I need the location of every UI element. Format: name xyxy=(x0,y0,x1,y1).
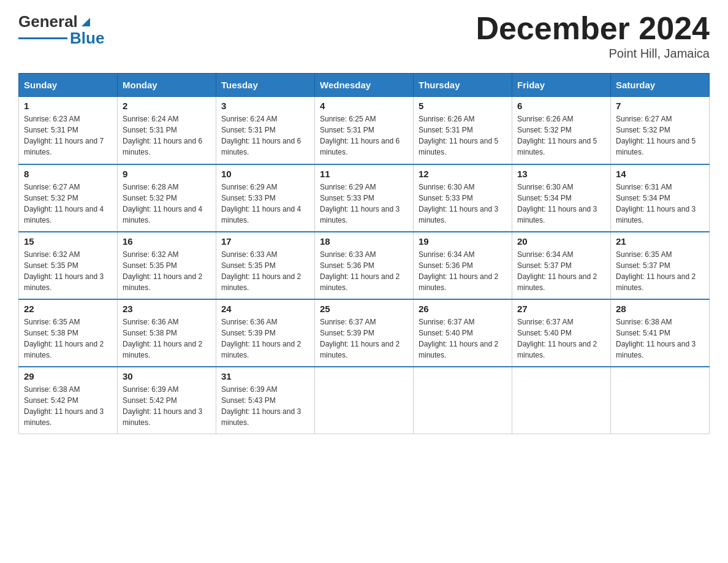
logo-underline xyxy=(18,37,67,39)
day-info: Sunrise: 6:33 AMSunset: 5:36 PMDaylight:… xyxy=(320,249,408,293)
calendar-cell: 8 Sunrise: 6:27 AMSunset: 5:32 PMDayligh… xyxy=(19,164,118,232)
calendar-cell: 18 Sunrise: 6:33 AMSunset: 5:36 PMDaylig… xyxy=(315,232,414,299)
day-info: Sunrise: 6:38 AMSunset: 5:42 PMDaylight:… xyxy=(24,384,112,428)
day-info: Sunrise: 6:36 AMSunset: 5:38 PMDaylight:… xyxy=(123,316,211,361)
calendar-cell: 6 Sunrise: 6:26 AMSunset: 5:32 PMDayligh… xyxy=(512,97,611,164)
day-number: 23 xyxy=(123,304,211,314)
calendar-cell: 28 Sunrise: 6:38 AMSunset: 5:41 PMDaylig… xyxy=(611,299,710,367)
day-number: 3 xyxy=(221,101,309,111)
calendar-cell: 10 Sunrise: 6:29 AMSunset: 5:33 PMDaylig… xyxy=(216,164,315,232)
day-number: 12 xyxy=(419,169,507,179)
day-number: 16 xyxy=(123,236,211,247)
calendar-cell: 26 Sunrise: 6:37 AMSunset: 5:40 PMDaylig… xyxy=(414,299,512,367)
svg-marker-0 xyxy=(82,18,90,26)
day-info: Sunrise: 6:39 AMSunset: 5:43 PMDaylight:… xyxy=(221,384,309,428)
day-info: Sunrise: 6:25 AMSunset: 5:31 PMDaylight:… xyxy=(320,113,408,158)
calendar-cell: 15 Sunrise: 6:32 AMSunset: 5:35 PMDaylig… xyxy=(19,232,118,299)
calendar-header-row: SundayMondayTuesdayWednesdayThursdayFrid… xyxy=(19,74,710,97)
day-info: Sunrise: 6:39 AMSunset: 5:42 PMDaylight:… xyxy=(123,384,211,428)
calendar-cell: 3 Sunrise: 6:24 AMSunset: 5:31 PMDayligh… xyxy=(216,97,315,164)
col-header-wednesday: Wednesday xyxy=(315,74,414,97)
calendar-cell: 24 Sunrise: 6:36 AMSunset: 5:39 PMDaylig… xyxy=(216,299,315,367)
col-header-monday: Monday xyxy=(118,74,216,97)
calendar-cell: 1 Sunrise: 6:23 AMSunset: 5:31 PMDayligh… xyxy=(19,97,118,164)
day-number: 1 xyxy=(24,101,112,111)
calendar-cell xyxy=(315,367,414,434)
day-number: 21 xyxy=(616,236,704,247)
day-info: Sunrise: 6:26 AMSunset: 5:32 PMDaylight:… xyxy=(517,113,605,158)
calendar-cell: 12 Sunrise: 6:30 AMSunset: 5:33 PMDaylig… xyxy=(414,164,512,232)
calendar-week-row: 15 Sunrise: 6:32 AMSunset: 5:35 PMDaylig… xyxy=(19,232,710,299)
month-title: December 2024 xyxy=(476,12,710,44)
day-info: Sunrise: 6:35 AMSunset: 5:37 PMDaylight:… xyxy=(616,249,704,293)
day-number: 11 xyxy=(320,169,408,179)
day-info: Sunrise: 6:28 AMSunset: 5:32 PMDaylight:… xyxy=(123,182,211,226)
day-number: 31 xyxy=(221,371,309,381)
calendar-week-row: 8 Sunrise: 6:27 AMSunset: 5:32 PMDayligh… xyxy=(19,164,710,232)
calendar-cell: 22 Sunrise: 6:35 AMSunset: 5:38 PMDaylig… xyxy=(19,299,118,367)
page-header: General Blue December 2024 Point Hill, J… xyxy=(18,12,710,61)
calendar-cell: 5 Sunrise: 6:26 AMSunset: 5:31 PMDayligh… xyxy=(414,97,512,164)
calendar-cell: 16 Sunrise: 6:32 AMSunset: 5:35 PMDaylig… xyxy=(118,232,216,299)
calendar-cell: 27 Sunrise: 6:37 AMSunset: 5:40 PMDaylig… xyxy=(512,299,611,367)
calendar-cell: 17 Sunrise: 6:33 AMSunset: 5:35 PMDaylig… xyxy=(216,232,315,299)
day-info: Sunrise: 6:23 AMSunset: 5:31 PMDaylight:… xyxy=(24,113,112,158)
day-info: Sunrise: 6:30 AMSunset: 5:33 PMDaylight:… xyxy=(419,182,507,226)
day-number: 14 xyxy=(616,169,704,179)
day-number: 27 xyxy=(517,304,605,314)
day-number: 22 xyxy=(24,304,112,314)
calendar-cell: 13 Sunrise: 6:30 AMSunset: 5:34 PMDaylig… xyxy=(512,164,611,232)
day-info: Sunrise: 6:29 AMSunset: 5:33 PMDaylight:… xyxy=(221,182,309,226)
day-number: 19 xyxy=(419,236,507,247)
day-number: 28 xyxy=(616,304,704,314)
calendar-cell: 4 Sunrise: 6:25 AMSunset: 5:31 PMDayligh… xyxy=(315,97,414,164)
day-info: Sunrise: 6:37 AMSunset: 5:40 PMDaylight:… xyxy=(419,316,507,361)
day-number: 6 xyxy=(517,101,605,111)
day-number: 8 xyxy=(24,169,112,179)
calendar-cell: 9 Sunrise: 6:28 AMSunset: 5:32 PMDayligh… xyxy=(118,164,216,232)
location-subtitle: Point Hill, Jamaica xyxy=(476,47,710,61)
day-info: Sunrise: 6:31 AMSunset: 5:34 PMDaylight:… xyxy=(616,182,704,226)
day-number: 10 xyxy=(221,169,309,179)
calendar-week-row: 1 Sunrise: 6:23 AMSunset: 5:31 PMDayligh… xyxy=(19,97,710,164)
day-number: 25 xyxy=(320,304,408,314)
calendar-cell: 14 Sunrise: 6:31 AMSunset: 5:34 PMDaylig… xyxy=(611,164,710,232)
day-info: Sunrise: 6:35 AMSunset: 5:38 PMDaylight:… xyxy=(24,316,112,361)
calendar-cell: 20 Sunrise: 6:34 AMSunset: 5:37 PMDaylig… xyxy=(512,232,611,299)
day-info: Sunrise: 6:32 AMSunset: 5:35 PMDaylight:… xyxy=(123,249,211,293)
calendar-cell: 2 Sunrise: 6:24 AMSunset: 5:31 PMDayligh… xyxy=(118,97,216,164)
title-block: December 2024 Point Hill, Jamaica xyxy=(476,12,710,61)
calendar-cell: 11 Sunrise: 6:29 AMSunset: 5:33 PMDaylig… xyxy=(315,164,414,232)
day-info: Sunrise: 6:26 AMSunset: 5:31 PMDaylight:… xyxy=(419,113,507,158)
logo: General Blue xyxy=(18,12,104,48)
day-info: Sunrise: 6:36 AMSunset: 5:39 PMDaylight:… xyxy=(221,316,309,361)
calendar-cell: 25 Sunrise: 6:37 AMSunset: 5:39 PMDaylig… xyxy=(315,299,414,367)
day-number: 17 xyxy=(221,236,309,247)
day-info: Sunrise: 6:37 AMSunset: 5:39 PMDaylight:… xyxy=(320,316,408,361)
calendar-table: SundayMondayTuesdayWednesdayThursdayFrid… xyxy=(18,73,710,434)
col-header-sunday: Sunday xyxy=(19,74,118,97)
day-info: Sunrise: 6:30 AMSunset: 5:34 PMDaylight:… xyxy=(517,182,605,226)
day-number: 15 xyxy=(24,236,112,247)
day-info: Sunrise: 6:29 AMSunset: 5:33 PMDaylight:… xyxy=(320,182,408,226)
day-info: Sunrise: 6:34 AMSunset: 5:37 PMDaylight:… xyxy=(517,249,605,293)
day-number: 26 xyxy=(419,304,507,314)
calendar-cell: 23 Sunrise: 6:36 AMSunset: 5:38 PMDaylig… xyxy=(118,299,216,367)
calendar-cell xyxy=(512,367,611,434)
day-number: 2 xyxy=(123,101,211,111)
calendar-cell xyxy=(611,367,710,434)
col-header-tuesday: Tuesday xyxy=(216,74,315,97)
day-info: Sunrise: 6:24 AMSunset: 5:31 PMDaylight:… xyxy=(221,113,309,158)
calendar-cell: 19 Sunrise: 6:34 AMSunset: 5:36 PMDaylig… xyxy=(414,232,512,299)
day-number: 9 xyxy=(123,169,211,179)
day-number: 24 xyxy=(221,304,309,314)
day-info: Sunrise: 6:34 AMSunset: 5:36 PMDaylight:… xyxy=(419,249,507,293)
day-info: Sunrise: 6:37 AMSunset: 5:40 PMDaylight:… xyxy=(517,316,605,361)
calendar-cell xyxy=(414,367,512,434)
day-info: Sunrise: 6:38 AMSunset: 5:41 PMDaylight:… xyxy=(616,316,704,361)
day-number: 4 xyxy=(320,101,408,111)
col-header-saturday: Saturday xyxy=(611,74,710,97)
col-header-thursday: Thursday xyxy=(414,74,512,97)
day-number: 5 xyxy=(419,101,507,111)
day-number: 29 xyxy=(24,371,112,381)
